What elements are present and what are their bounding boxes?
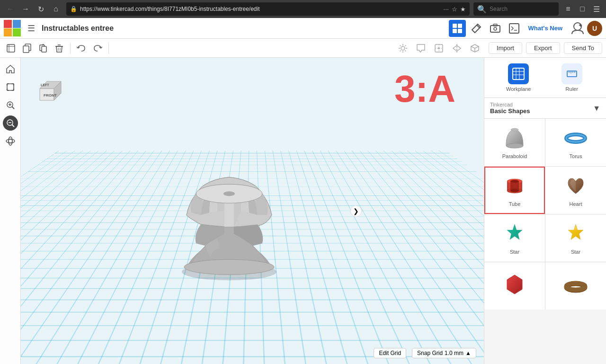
shape-star-gold[interactable]: Star [545, 214, 606, 262]
history-icon[interactable]: ≡ [562, 3, 574, 15]
canvas-area[interactable]: FRONT LEFT 3:A [21, 58, 484, 364]
import-button[interactable]: Import [489, 42, 522, 54]
fit-view-button[interactable] [3, 80, 18, 95]
zoom-out-button[interactable] [3, 115, 18, 131]
home-view-button[interactable] [3, 62, 18, 77]
view-cube-svg: FRONT LEFT [30, 72, 71, 112]
tabs-icon[interactable]: □ [577, 3, 588, 15]
back-button[interactable]: ← [4, 2, 17, 16]
star-gold-label: Star [571, 249, 580, 255]
snap-grid-arrow: ▲ [465, 350, 471, 356]
ring-svg [563, 272, 588, 297]
zoom-out-icon [6, 118, 15, 128]
ruler-label: Ruler [566, 86, 578, 92]
browser-tools: ≡ □ ☰ [562, 3, 602, 15]
bookmark-icon[interactable]: ★ [460, 6, 466, 13]
panel-category[interactable]: Tinkercad Basic Shapes ▼ [484, 98, 606, 119]
refresh-button[interactable]: ↻ [34, 2, 47, 16]
build-view-button[interactable] [468, 20, 485, 37]
redo-button[interactable] [90, 41, 105, 55]
svg-point-32 [438, 47, 440, 49]
search-bar-container[interactable]: 🔍 [473, 2, 559, 16]
user-actions: U [570, 21, 602, 36]
svg-point-6 [494, 27, 497, 30]
browser-chrome: ← → ↻ ⌂ 🔒 https://www.tinkercad.com/thin… [0, 0, 606, 18]
svg-line-27 [400, 50, 401, 51]
right-panel: Workplane Ruler Tinkercad B [484, 58, 606, 364]
orbit-button[interactable] [3, 133, 18, 149]
heart-svg [563, 174, 588, 198]
shape-paraboloid[interactable]: Paraboloid [484, 119, 545, 166]
tube-label: Tube [509, 201, 521, 207]
snap-grid-control[interactable]: Snap Grid 1.0 mm ▲ [412, 348, 476, 358]
pocket-icon[interactable]: ☆ [452, 6, 457, 13]
mirror-button[interactable] [449, 40, 465, 56]
shape-heart[interactable]: Heart [545, 167, 606, 214]
align-button[interactable] [431, 40, 447, 56]
svg-point-20 [401, 46, 405, 50]
2d-view-button[interactable] [4, 41, 18, 55]
address-bar[interactable]: 🔒 https://www.tinkercad.com/things/8I771… [66, 2, 470, 16]
edit-grid-button[interactable]: Edit Grid [374, 348, 406, 358]
logo-tr [13, 20, 21, 28]
logo-bl [4, 28, 12, 36]
shape-polygon[interactable] [484, 262, 545, 310]
home-button[interactable]: ⌂ [49, 2, 62, 16]
shape-torus[interactable]: Torus [545, 119, 606, 166]
shape-star-teal[interactable]: Star [484, 214, 545, 262]
comment-icon [416, 43, 426, 53]
svg-rect-12 [7, 44, 15, 52]
group-icon [470, 43, 480, 53]
more-button[interactable]: ··· [443, 5, 449, 13]
tinker-view-button[interactable] [487, 20, 504, 37]
url-text: https://www.tinkercad.com/things/8I771zM… [80, 6, 440, 12]
align-icon [434, 43, 444, 53]
avatar[interactable]: U [587, 21, 602, 36]
group-button[interactable] [467, 40, 483, 56]
collapse-panel-button[interactable]: ❯ [350, 205, 362, 217]
shape-ring[interactable] [545, 262, 606, 310]
search-input[interactable] [490, 6, 546, 12]
whats-new-link[interactable]: What's New [525, 23, 566, 34]
app-menu-button[interactable]: ☰ [25, 22, 38, 35]
panel-tools: Workplane Ruler [484, 58, 606, 98]
perspective-cube[interactable]: FRONT LEFT [30, 72, 68, 110]
grid-view-button[interactable] [449, 20, 466, 37]
forward-button[interactable]: → [19, 2, 32, 16]
ruler-svg [565, 67, 579, 80]
svg-text:LEFT: LEFT [41, 83, 49, 87]
torus-label: Torus [570, 153, 582, 159]
delete-button[interactable] [52, 41, 66, 55]
polygon-svg [502, 272, 527, 297]
torus-svg [563, 126, 588, 151]
svg-point-61 [223, 191, 235, 196]
heart-label: Heart [570, 201, 582, 207]
category-source: Tinkercad [490, 102, 530, 107]
ruler-tool[interactable]: Ruler [545, 63, 599, 92]
undo-button[interactable] [74, 41, 89, 55]
code-view-icon [509, 23, 519, 34]
svg-rect-1 [458, 24, 462, 28]
light-view-button[interactable] [395, 40, 411, 56]
paste-button[interactable] [36, 41, 50, 55]
menu-icon[interactable]: ☰ [591, 3, 602, 15]
comment-button[interactable] [413, 40, 429, 56]
star-teal-svg [502, 222, 527, 246]
tinker-view-icon [490, 23, 500, 34]
svg-point-52 [6, 139, 15, 143]
send-to-button[interactable]: Send To [564, 42, 602, 54]
svg-rect-4 [490, 26, 500, 32]
zoom-in-button[interactable] [3, 98, 18, 113]
workplane-tool[interactable]: Workplane [492, 63, 545, 92]
svg-rect-7 [509, 24, 519, 33]
shape-tube[interactable]: Tube [484, 167, 545, 214]
lock-icon: 🔒 [70, 6, 77, 12]
svg-point-74 [511, 128, 518, 131]
export-button[interactable]: Export [526, 42, 560, 54]
svg-line-25 [400, 45, 401, 46]
light-icon [398, 43, 408, 53]
fit-icon [6, 82, 15, 92]
code-view-button[interactable] [506, 20, 523, 37]
add-user-button[interactable] [570, 21, 585, 36]
copy-button[interactable] [20, 41, 34, 55]
